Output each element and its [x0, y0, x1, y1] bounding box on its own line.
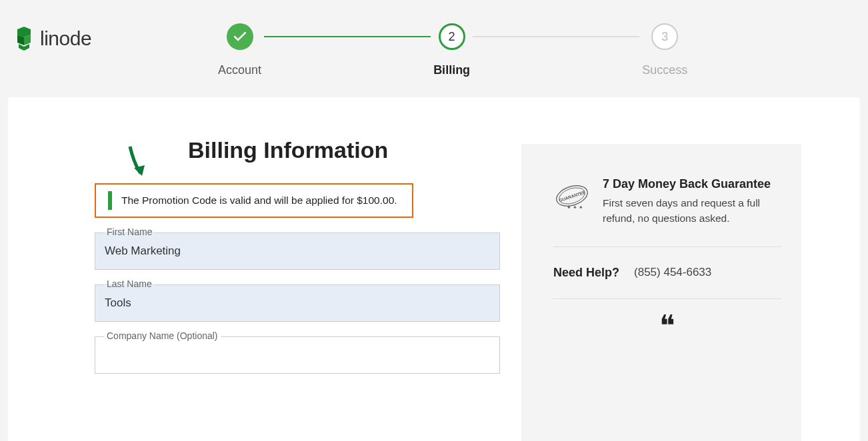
svg-text:✦ ✦ ✦: ✦ ✦ ✦ [567, 205, 583, 211]
guarantee-desc: First seven days and request a full refu… [603, 195, 781, 226]
last-name-label: Last Name [104, 278, 155, 289]
promo-accent-bar [108, 191, 112, 210]
page-title: Billing Information [188, 137, 521, 163]
step-connector [264, 36, 431, 37]
checkmark-icon [227, 23, 253, 50]
company-field[interactable] [95, 336, 500, 374]
step-billing: 2 Billing [433, 23, 470, 77]
guarantee-title: 7 Day Money Back Guarantee [603, 177, 781, 191]
help-label: Need Help? [553, 266, 619, 280]
info-sidebar: GUARANTEE ✦ ✦ ✦ 7 Day Money Back Guarant… [521, 144, 801, 441]
linode-logo-icon [13, 27, 35, 51]
first-name-field[interactable] [95, 232, 500, 270]
step-label: Billing [433, 63, 470, 77]
promo-message: The Promotion Code is valid and will be … [121, 195, 397, 207]
quote-icon: ❝ [659, 318, 675, 335]
step-label: Success [642, 63, 687, 77]
step-success: 3 Success [642, 23, 687, 77]
promo-notice: The Promotion Code is valid and will be … [95, 183, 413, 218]
last-name-field[interactable] [95, 284, 500, 322]
annotation-arrow-icon [125, 145, 150, 180]
guarantee-badge-icon: GUARANTEE ✦ ✦ ✦ [553, 177, 591, 215]
step-number: 2 [439, 23, 465, 50]
first-name-label: First Name [104, 226, 155, 237]
step-account: Account [218, 23, 261, 77]
logo[interactable]: linode [13, 27, 91, 51]
logo-text: linode [40, 27, 91, 50]
company-label: Company Name (Optional) [104, 330, 221, 341]
step-connector [473, 36, 639, 37]
step-number: 3 [651, 23, 678, 50]
step-label: Account [218, 63, 261, 77]
progress-stepper: Account 2 Billing 3 Success [218, 23, 687, 77]
help-phone[interactable]: (855) 454-6633 [634, 266, 711, 279]
